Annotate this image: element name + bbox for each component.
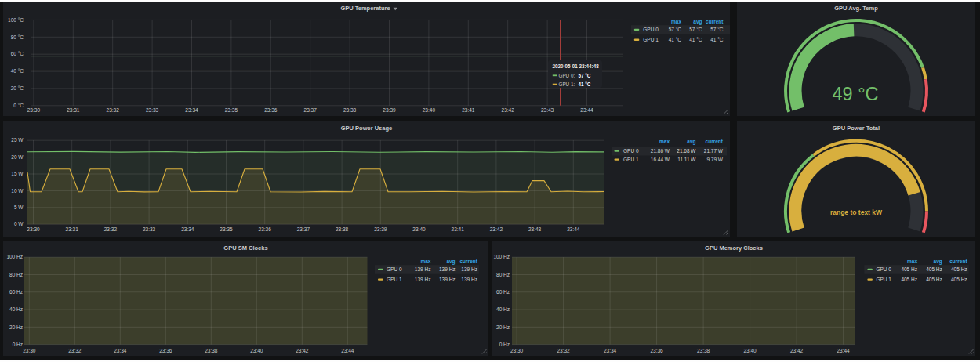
svg-text:139 Hz: 139 Hz	[415, 266, 431, 272]
svg-text:max: max	[907, 259, 917, 264]
svg-text:100 Hz: 100 Hz	[6, 254, 23, 259]
svg-text:avg: avg	[693, 19, 702, 25]
svg-text:23:32: 23:32	[68, 348, 82, 353]
svg-text:current: current	[706, 139, 724, 144]
svg-text:25 W: 25 W	[11, 137, 24, 143]
svg-text:41 °C: 41 °C	[710, 37, 724, 42]
svg-text:139 Hz: 139 Hz	[461, 277, 477, 282]
svg-text:23:44: 23:44	[837, 348, 850, 353]
svg-text:23:36: 23:36	[264, 107, 278, 113]
svg-text:40 Hz: 40 Hz	[9, 306, 23, 312]
svg-text:current: current	[949, 259, 967, 264]
svg-text:23:44: 23:44	[580, 107, 593, 113]
svg-text:41 °C: 41 °C	[669, 37, 682, 42]
svg-text:60 Hz: 60 Hz	[9, 289, 23, 295]
svg-text:11.11 W: 11.11 W	[677, 157, 696, 162]
svg-text:23:32: 23:32	[557, 348, 570, 353]
svg-text:23:40: 23:40	[250, 348, 263, 353]
svg-text:GPU 0: GPU 0	[387, 266, 402, 272]
svg-text:GPU Memory Clocks: GPU Memory Clocks	[705, 244, 763, 252]
svg-text:16.44 W: 16.44 W	[651, 157, 670, 162]
svg-text:GPU 1: GPU 1	[876, 277, 891, 282]
svg-text:23:32: 23:32	[107, 107, 120, 113]
svg-text:23:40: 23:40	[743, 348, 757, 353]
svg-text:41 °C: 41 °C	[579, 81, 591, 87]
svg-text:23:42: 23:42	[502, 107, 515, 113]
svg-text:23:42: 23:42	[296, 348, 309, 353]
svg-text:405 Hz: 405 Hz	[926, 266, 942, 272]
svg-text:GPU 1: GPU 1	[387, 277, 402, 282]
svg-text:23:31: 23:31	[67, 107, 80, 113]
svg-text:23:30: 23:30	[27, 107, 41, 113]
svg-text:GPU 1:: GPU 1:	[559, 81, 575, 87]
svg-text:2020-05-01 23:44:48: 2020-05-01 23:44:48	[553, 63, 600, 69]
svg-text:23:35: 23:35	[225, 107, 238, 113]
svg-text:GPU Power Usage: GPU Power Usage	[341, 125, 392, 132]
svg-text:23:30: 23:30	[23, 348, 36, 353]
svg-text:current: current	[706, 19, 724, 24]
svg-text:60 Hz: 60 Hz	[496, 289, 510, 295]
svg-text:GPU SM Clocks: GPU SM Clocks	[223, 244, 267, 252]
svg-text:23:37: 23:37	[304, 107, 318, 113]
svg-text:23:41: 23:41	[452, 226, 465, 232]
svg-text:max: max	[659, 139, 670, 144]
svg-text:23:33: 23:33	[146, 107, 159, 113]
svg-text:80 Hz: 80 Hz	[496, 272, 510, 277]
svg-text:23:44: 23:44	[341, 348, 354, 353]
svg-text:405 Hz: 405 Hz	[951, 277, 967, 282]
svg-text:23:38: 23:38	[343, 107, 357, 113]
svg-text:GPU 0: GPU 0	[623, 148, 639, 154]
svg-text:current: current	[459, 259, 477, 264]
svg-text:GPU 0: GPU 0	[643, 27, 659, 32]
svg-text:5 W: 5 W	[14, 205, 24, 210]
svg-text:0 °C: 0 °C	[13, 103, 24, 108]
svg-text:23:41: 23:41	[462, 107, 475, 113]
svg-text:80 Hz: 80 Hz	[9, 272, 23, 277]
svg-text:23:30: 23:30	[510, 348, 524, 353]
svg-text:60 °C: 60 °C	[11, 51, 24, 56]
svg-text:GPU 1: GPU 1	[643, 37, 659, 42]
svg-text:23:40: 23:40	[423, 107, 436, 113]
svg-text:23:30: 23:30	[27, 226, 40, 232]
svg-text:23:36: 23:36	[259, 226, 272, 232]
svg-text:0 Hz: 0 Hz	[13, 342, 23, 347]
svg-text:23:37: 23:37	[297, 226, 310, 232]
svg-text:139 Hz: 139 Hz	[439, 266, 456, 272]
svg-text:23:35: 23:35	[220, 226, 233, 232]
svg-text:20 Hz: 20 Hz	[9, 324, 23, 330]
svg-text:range to text kW: range to text kW	[830, 208, 883, 216]
svg-text:139 Hz: 139 Hz	[461, 266, 477, 272]
svg-text:21.68 W: 21.68 W	[677, 148, 696, 154]
svg-text:21.86 W: 21.86 W	[651, 148, 670, 154]
svg-text:20 Hz: 20 Hz	[496, 324, 510, 330]
svg-text:57 °C: 57 °C	[579, 73, 591, 78]
svg-text:23:39: 23:39	[374, 226, 387, 232]
svg-text:0 W: 0 W	[14, 221, 24, 226]
svg-text:avg: avg	[446, 259, 455, 265]
svg-text:57 °C: 57 °C	[689, 27, 702, 32]
svg-text:405 Hz: 405 Hz	[901, 266, 917, 272]
svg-text:23:38: 23:38	[336, 226, 349, 232]
svg-text:23:43: 23:43	[528, 226, 542, 232]
svg-text:23:34: 23:34	[114, 348, 127, 353]
svg-text:max: max	[420, 259, 430, 264]
svg-text:9.79 W: 9.79 W	[706, 157, 723, 162]
svg-text:20 W: 20 W	[11, 154, 24, 160]
svg-text:GPU Temperature: GPU Temperature	[340, 5, 390, 12]
svg-text:405 Hz: 405 Hz	[926, 277, 942, 282]
svg-text:23:38: 23:38	[205, 348, 218, 353]
svg-text:20 °C: 20 °C	[11, 85, 24, 91]
svg-text:23:38: 23:38	[697, 348, 710, 353]
svg-text:avg: avg	[687, 139, 695, 145]
svg-text:avg: avg	[934, 259, 942, 265]
svg-text:GPU Power Total: GPU Power Total	[833, 125, 880, 132]
svg-text:0 Hz: 0 Hz	[499, 342, 510, 347]
svg-text:10 W: 10 W	[11, 188, 24, 194]
svg-text:23:31: 23:31	[66, 226, 79, 232]
svg-text:23:34: 23:34	[181, 226, 194, 232]
svg-text:23:36: 23:36	[650, 348, 663, 353]
svg-text:23:36: 23:36	[159, 348, 172, 353]
svg-text:23:33: 23:33	[143, 226, 156, 232]
svg-text:41 °C: 41 °C	[689, 37, 702, 42]
svg-text:23:42: 23:42	[790, 348, 804, 353]
